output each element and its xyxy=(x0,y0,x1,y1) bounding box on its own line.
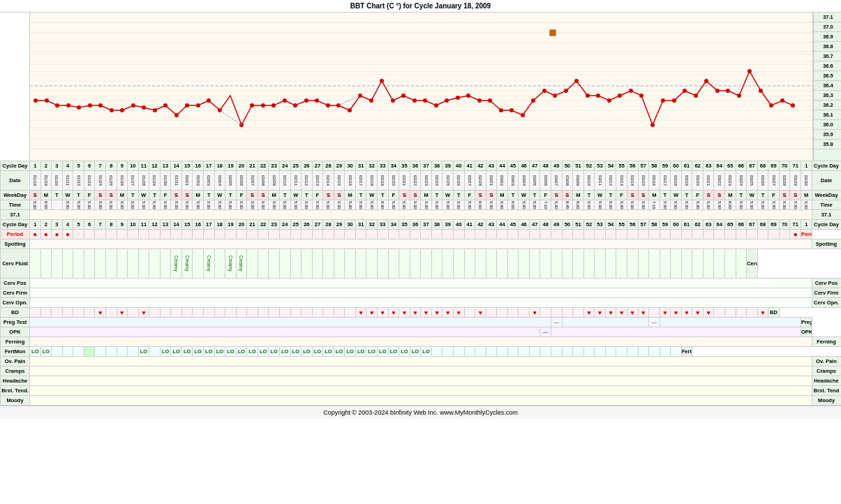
svg-point-69 xyxy=(629,89,633,93)
special-marker xyxy=(550,30,556,36)
svg-point-27 xyxy=(163,103,168,108)
cycle-day-label-top-right: Cycle Day xyxy=(812,161,841,171)
svg-point-72 xyxy=(661,98,665,103)
weekday-label: WeekDay xyxy=(1,191,30,200)
spotting-row: Spotting Spotting xyxy=(1,239,842,249)
cerv-fluid-row: Cerv Fluid Creamy Creamy Creamy Creamy C… xyxy=(1,249,842,279)
chart-title: BBT Chart (C °) for Cycle January 18, 20… xyxy=(0,0,841,13)
date-row: Date 01/18 01/19 01/20 01/21 01/22 01/23… xyxy=(1,171,842,191)
svg-point-67 xyxy=(607,98,611,103)
svg-point-17 xyxy=(55,103,59,108)
svg-point-45 xyxy=(369,98,373,103)
bd-row: BD ♥ ♥ ♥ ♥ ♥ ♥ ♥ ♥ ♥ ♥ ♥ ♥ ♥ ♥ xyxy=(1,308,842,318)
svg-point-29 xyxy=(185,103,189,108)
svg-point-25 xyxy=(142,105,146,110)
time-label: Time xyxy=(1,200,30,210)
svg-point-31 xyxy=(207,98,211,103)
svg-point-83 xyxy=(780,98,784,103)
fertmon-row: FertMon LO LO LO LO LO LO LO LO LO LO LO… xyxy=(1,347,842,357)
svg-point-20 xyxy=(88,103,92,108)
time-row: Time 5:306:005:305:305:305:305:305:305:3… xyxy=(1,200,842,210)
cd-1: 1 xyxy=(30,161,41,171)
svg-point-18 xyxy=(66,103,70,108)
svg-point-35 xyxy=(261,103,265,108)
svg-point-46 xyxy=(380,79,384,83)
temp-37-1-row: 37.1 37.1 xyxy=(1,210,842,220)
chart-wrapper: 37.1 37.0 36.9 36.8 36.7 36.6 36.5 36.4 … xyxy=(0,13,841,406)
svg-point-56 xyxy=(488,98,492,103)
svg-point-48 xyxy=(401,94,405,98)
cycle-day-row-top: Cycle Day 123456789101112131415161718192… xyxy=(1,161,842,171)
svg-point-34 xyxy=(250,103,254,108)
ov-pain-row: Ov. Pain Ov. Pain xyxy=(1,357,842,366)
preg-test-row: Preg Test — — Preg Test xyxy=(1,318,842,327)
weekday-label-right: WeekDay xyxy=(812,191,841,200)
svg-point-24 xyxy=(131,103,135,108)
svg-point-65 xyxy=(586,94,590,98)
svg-point-36 xyxy=(271,103,276,108)
svg-point-78 xyxy=(726,89,730,93)
svg-point-62 xyxy=(553,94,557,98)
svg-point-53 xyxy=(456,96,460,100)
svg-point-81 xyxy=(759,89,763,93)
svg-point-71 xyxy=(650,123,655,127)
svg-point-22 xyxy=(110,108,114,112)
svg-point-79 xyxy=(737,94,741,98)
weekday-row: WeekDay SMTWTFSSMTWTFSSMTWTFSSMTWTFSSMTW… xyxy=(1,191,842,200)
svg-point-19 xyxy=(77,105,81,110)
svg-point-16 xyxy=(45,98,49,103)
svg-point-57 xyxy=(499,108,503,112)
headache-row: Headache Headache xyxy=(1,376,842,386)
svg-point-58 xyxy=(509,108,514,112)
bbt-data-table: Cycle Day 123456789101112131415161718192… xyxy=(0,161,841,406)
svg-point-68 xyxy=(618,94,622,98)
svg-point-37 xyxy=(283,98,287,103)
cycle-day-label-top: Cycle Day xyxy=(1,161,30,171)
svg-point-52 xyxy=(445,98,449,103)
svg-point-15 xyxy=(34,98,38,103)
svg-point-60 xyxy=(531,98,535,103)
temperature-line xyxy=(36,71,793,125)
period-row: Period ● ● ● ● · ● Period xyxy=(1,230,842,239)
copyright-text: Copyright © 2003-2024 bInfinity Web Inc.… xyxy=(0,406,841,419)
brst-tend-row: Brst. Tend. Brst. Tend xyxy=(1,386,842,396)
svg-point-66 xyxy=(596,94,600,98)
svg-point-49 xyxy=(412,98,417,103)
svg-point-84 xyxy=(791,103,795,108)
svg-point-61 xyxy=(542,89,546,93)
cramps-row: Cramps Cramps xyxy=(1,366,842,376)
svg-point-50 xyxy=(423,98,427,103)
svg-point-28 xyxy=(174,113,179,117)
opk-row: OPK — OPK xyxy=(1,327,842,337)
svg-point-82 xyxy=(769,103,773,108)
cerv-opn-row: Cerv Opn. Cerv Opn. xyxy=(1,298,842,308)
svg-point-39 xyxy=(304,98,308,103)
svg-point-74 xyxy=(683,89,687,93)
svg-point-76 xyxy=(704,79,708,83)
svg-point-80 xyxy=(747,69,752,73)
svg-point-75 xyxy=(694,94,698,98)
svg-point-41 xyxy=(326,103,330,108)
date-label: Date xyxy=(1,171,30,191)
cycle-day-row-bottom: Cycle Day 123456789101112131415161718192… xyxy=(1,220,842,230)
svg-point-21 xyxy=(98,103,103,108)
date-label-right: Date xyxy=(812,171,841,191)
svg-point-54 xyxy=(466,94,470,98)
svg-point-73 xyxy=(672,98,676,103)
svg-point-38 xyxy=(293,103,297,108)
svg-point-59 xyxy=(521,113,525,117)
temperature-chart xyxy=(30,13,812,159)
svg-point-77 xyxy=(715,89,720,93)
svg-point-30 xyxy=(196,103,200,108)
svg-point-43 xyxy=(348,108,352,112)
svg-point-40 xyxy=(315,98,319,103)
svg-point-63 xyxy=(564,89,568,93)
svg-point-23 xyxy=(120,108,124,112)
cerv-pos-row: Cerv Pos Cerv Pos xyxy=(1,279,842,288)
time-label-right: Time xyxy=(812,200,841,210)
cerv-firm-row: Cerv Firm Cerv Firm xyxy=(1,288,842,298)
moody-row: Moody Moody xyxy=(1,396,842,406)
svg-point-47 xyxy=(391,98,395,103)
svg-point-70 xyxy=(639,94,643,98)
svg-point-55 xyxy=(477,98,482,103)
